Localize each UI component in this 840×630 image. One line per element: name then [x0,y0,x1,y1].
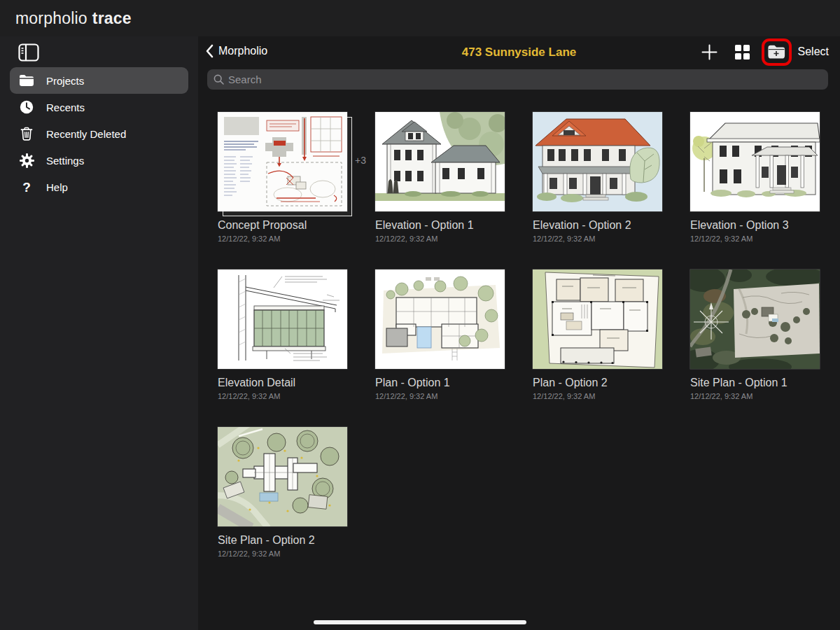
project-thumbnail-wrap [690,112,820,211]
project-date: 12/12/22, 9:32 AM [218,392,347,400]
project-thumbnail-wrap [375,270,505,369]
more-pages-badge: +3 [355,155,366,166]
project-date: 12/12/22, 9:32 AM [218,234,347,243]
sidebar-toggle-icon [18,43,39,62]
project-title: Elevation - Option 2 [533,219,662,232]
home-indicator[interactable] [314,620,526,624]
project-thumbnail[interactable] [533,112,662,211]
sidebar-item-recently-deleted[interactable]: Recently Deleted [10,120,188,147]
project-card[interactable]: Site Plan - Option 1 12/12/22, 9:32 AM [690,270,820,400]
project-date: 12/12/22, 9:32 AM [690,234,820,243]
project-thumbnail[interactable] [218,427,347,526]
folder-icon [18,73,35,88]
project-thumbnail[interactable] [533,270,662,369]
add-button[interactable] [701,44,718,60]
project-card[interactable]: Elevation - Option 1 12/12/22, 9:32 AM [375,112,505,243]
project-date: 12/12/22, 9:32 AM [218,550,347,558]
project-thumbnail-wrap [690,270,820,369]
project-thumbnail-wrap [218,270,347,369]
project-thumbnail[interactable] [218,270,347,369]
project-thumbnail[interactable] [375,112,505,211]
sidebar-item-recents[interactable]: Recents [10,94,188,120]
project-card[interactable]: Elevation - Option 2 12/12/22, 9:32 AM [533,112,662,243]
select-button[interactable]: Select [798,46,829,58]
project-title: Elevation Detail [218,377,347,389]
project-title: Plan - Option 1 [375,377,505,389]
search-bar [207,69,828,90]
main-pane: Morpholio 473 Sunnyside Lane [198,36,840,630]
project-title: Plan - Option 2 [533,377,662,389]
sidebar-item-projects[interactable]: Projects [10,67,188,94]
new-folder-button[interactable] [767,44,785,59]
search-input[interactable] [228,74,822,85]
project-card[interactable]: Elevation - Option 3 12/12/22, 9:32 AM [690,112,820,243]
sidebar: Projects Recents Recently Deleted Settin… [0,36,198,630]
grid-view-icon [735,45,750,59]
project-thumbnail-wrap [375,112,505,211]
project-date: 12/12/22, 9:32 AM [690,392,820,400]
project-date: 12/12/22, 9:32 AM [533,234,662,243]
project-title: Site Plan - Option 1 [690,377,820,389]
gallery-header: Morpholio 473 Sunnyside Lane [198,36,840,67]
project-card[interactable]: Plan - Option 2 12/12/22, 9:32 AM [533,270,662,400]
app-logo: morpholiotrace [15,9,132,28]
top-app-bar: morpholiotrace [0,0,840,36]
new-folder-icon [767,44,785,59]
project-title: Site Plan - Option 2 [218,534,347,547]
app-logo-light: morpholio [15,9,88,27]
project-card[interactable]: Plan - Option 1 12/12/22, 9:32 AM [375,270,505,400]
project-card[interactable]: Elevation Detail 12/12/22, 9:32 AM [218,270,347,400]
project-date: 12/12/22, 9:32 AM [375,392,505,400]
project-date: 12/12/22, 9:32 AM [375,234,505,243]
project-thumbnail-wrap [218,427,347,526]
sidebar-menu: Projects Recents Recently Deleted Settin… [0,67,198,200]
search-icon [214,74,224,85]
header-actions: Select [701,36,829,67]
sidebar-toggle-button[interactable] [18,43,39,62]
sidebar-item-settings[interactable]: Settings [10,147,188,174]
project-thumbnail[interactable] [690,270,820,369]
project-date: 12/12/22, 9:32 AM [533,392,662,400]
project-thumbnail[interactable] [218,112,347,211]
new-folder-highlight-annotation [762,38,792,66]
project-grid: +3 Concept Proposal 12/12/22, 9:32 AM [218,112,820,558]
project-thumbnail-wrap [533,112,662,211]
trash-icon [18,126,35,141]
gear-icon [18,153,35,168]
project-thumbnail-wrap [533,270,662,369]
project-thumbnail-wrap: +3 [218,112,347,211]
app-logo-bold: trace [92,9,132,27]
clock-icon [18,99,35,115]
project-title: Elevation - Option 1 [375,219,505,232]
sidebar-item-help[interactable]: ? Help [10,174,188,200]
question-icon: ? [18,179,35,195]
add-icon [701,44,718,60]
project-title: Concept Proposal [218,219,347,232]
project-card[interactable]: +3 Concept Proposal 12/12/22, 9:32 AM [218,112,347,243]
grid-view-button[interactable] [735,45,750,59]
project-title: Elevation - Option 3 [690,219,820,232]
project-thumbnail[interactable] [375,270,505,369]
project-card[interactable]: Site Plan - Option 2 12/12/22, 9:32 AM [218,427,347,558]
project-thumbnail[interactable] [690,112,820,211]
